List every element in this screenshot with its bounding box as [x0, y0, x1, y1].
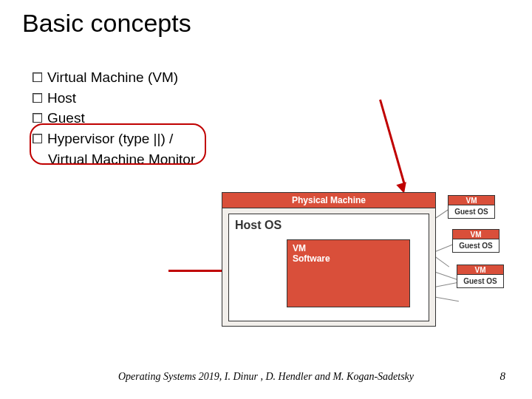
page-number: 8 — [500, 370, 506, 383]
physical-machine-label: Physical Machine — [222, 193, 435, 208]
checkbox-icon — [33, 93, 42, 103]
vm-stack: VM Guest OS — [457, 265, 504, 288]
physical-machine-box: Physical Machine Host OS VM Software — [222, 192, 436, 327]
vm-label: VM — [448, 195, 495, 205]
highlight-oval — [30, 123, 206, 165]
guest-os-label: Guest OS — [452, 239, 499, 253]
host-os-box: Host OS VM Software — [228, 214, 429, 321]
vm-label: VM — [452, 229, 499, 239]
arrow-line — [379, 100, 405, 185]
vm-software-label: VM Software — [293, 243, 330, 265]
guest-os-label: Guest OS — [448, 205, 495, 219]
vm-stack: VM Guest OS — [448, 195, 495, 219]
slide-title: Basic concepts — [22, 9, 191, 38]
bullet-item: Host — [33, 89, 195, 108]
footer-text: Operating Systems 2019, I. Dinur , D. He… — [0, 371, 532, 383]
diagram: Physical Machine Host OS VM Software VM … — [222, 192, 502, 351]
text: VM — [293, 243, 306, 253]
vm-stack: VM Guest OS — [452, 229, 499, 253]
text: Software — [293, 253, 330, 264]
bullet-text: Host — [47, 89, 76, 108]
checkbox-icon — [33, 113, 42, 123]
bullet-item: Virtual Machine (VM) — [33, 68, 195, 87]
host-os-label: Host OS — [235, 219, 282, 232]
checkbox-icon — [33, 72, 42, 82]
guest-os-label: Guest OS — [457, 275, 504, 288]
slide: Basic concepts Virtual Machine (VM) Host… — [0, 0, 532, 399]
vm-label: VM — [457, 265, 504, 275]
vm-software-box: VM Software — [287, 239, 410, 307]
bullet-text: Virtual Machine (VM) — [47, 68, 178, 87]
